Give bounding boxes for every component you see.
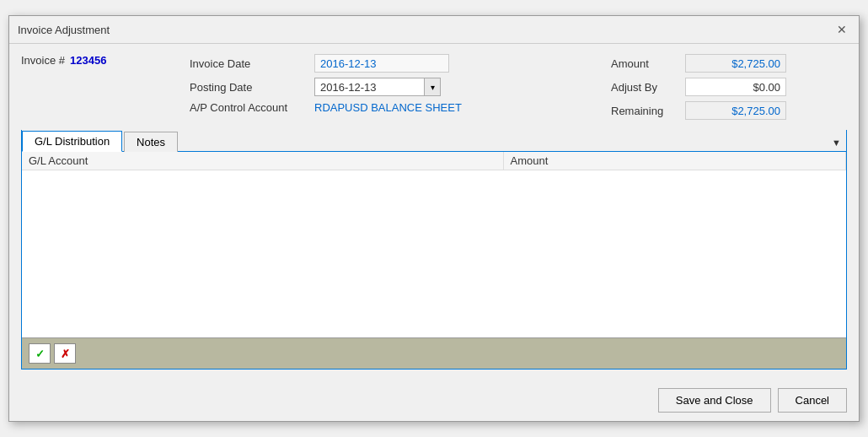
check-icon: ✓	[35, 348, 45, 360]
remaining-row: Remaining	[611, 101, 847, 120]
dialog-footer: Save and Close Cancel	[9, 380, 859, 421]
tab-notes[interactable]: Notes	[124, 132, 178, 152]
title-bar: Invoice Adjustment ✕	[9, 16, 859, 44]
posting-date-input[interactable]	[314, 78, 424, 96]
confirm-btn[interactable]: ✓	[29, 343, 51, 364]
posting-date-row: Posting Date ▾	[190, 78, 611, 96]
posting-date-label: Posting Date	[190, 81, 308, 94]
middle-fields: Invoice Date Posting Date ▾ A/P Control …	[190, 54, 611, 114]
right-fields: Amount Adjust By Remaining	[611, 54, 847, 120]
invoice-label: Invoice #	[21, 54, 65, 67]
adjust-by-input[interactable]	[685, 78, 786, 96]
adjust-by-row: Adjust By	[611, 78, 847, 96]
gl-distribution-content: G/L Account Amount	[22, 152, 846, 337]
ap-control-account-row: A/P Control Account RDAPUSD BALANCE SHEE…	[190, 101, 611, 114]
posting-date-wrapper: ▾	[314, 78, 441, 96]
tab-dropdown-btn[interactable]: ▼	[827, 134, 846, 151]
invoice-adjustment-dialog: Invoice Adjustment ✕ Invoice # 123456 In…	[8, 15, 860, 422]
gl-table: G/L Account Amount	[22, 152, 846, 170]
ap-control-label: A/P Control Account	[190, 101, 308, 114]
amount-row: Amount	[611, 54, 847, 73]
col-gl-account: G/L Account	[22, 152, 503, 170]
tabs-container: G/L Distribution Notes ▼ G/L Account Amo…	[21, 130, 847, 370]
invoice-number: 123456	[70, 54, 106, 67]
col-amount: Amount	[503, 152, 845, 170]
cancel-row-btn[interactable]: ✗	[54, 343, 76, 364]
cancel-button[interactable]: Cancel	[778, 388, 847, 413]
ap-control-link[interactable]: RDAPUSD BALANCE SHEET	[314, 101, 462, 114]
close-button[interactable]: ✕	[833, 21, 850, 38]
amount-input	[685, 54, 786, 73]
dialog-body: Invoice # 123456 Invoice Date Posting Da…	[9, 44, 859, 380]
invoice-date-row: Invoice Date	[190, 54, 611, 73]
remaining-input	[685, 101, 786, 120]
table-action-bar: ✓ ✗	[22, 337, 846, 369]
save-close-button[interactable]: Save and Close	[658, 388, 771, 413]
tabs-header: G/L Distribution Notes ▼	[22, 130, 846, 152]
posting-date-dropdown-btn[interactable]: ▾	[424, 78, 441, 96]
tab-gl-distribution[interactable]: G/L Distribution	[22, 131, 122, 152]
remaining-label: Remaining	[611, 105, 678, 117]
amount-label: Amount	[611, 57, 678, 70]
header-section: Invoice # 123456 Invoice Date Posting Da…	[21, 54, 847, 120]
invoice-info: Invoice # 123456	[21, 54, 190, 67]
dialog-title: Invoice Adjustment	[18, 24, 110, 36]
cross-icon: ✗	[61, 348, 70, 360]
invoice-date-input	[314, 54, 449, 73]
adjust-by-label: Adjust By	[611, 81, 678, 94]
invoice-date-label: Invoice Date	[190, 57, 308, 70]
